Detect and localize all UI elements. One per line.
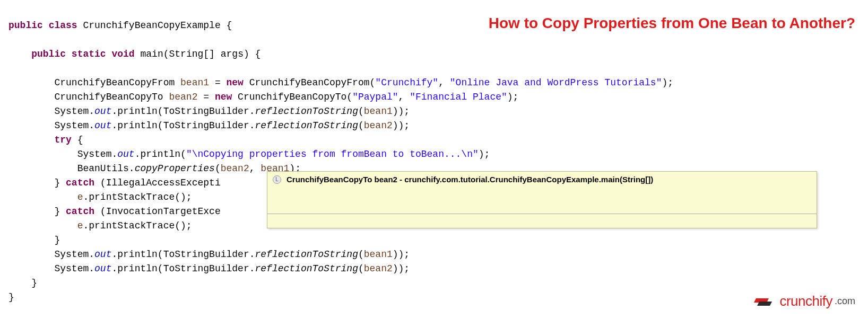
logo-ext: .com: [835, 296, 855, 307]
page-title: How to Copy Properties from One Bean to …: [489, 15, 855, 32]
tooltip-divider: [267, 214, 817, 214]
hover-tooltip: L CrunchifyBeanCopyTo bean2 - crunchify.…: [267, 171, 817, 228]
code-line: System.out.println(ToStringBuilder.refle…: [54, 263, 410, 274]
code-line: }: [54, 235, 60, 245]
brand-logo: crunchify .com: [753, 293, 855, 309]
code-line: }: [31, 278, 37, 288]
tooltip-text: CrunchifyBeanCopyTo bean2 - crunchify.co…: [287, 175, 653, 184]
code-line: System.out.println(ToStringBuilder.refle…: [54, 120, 410, 131]
code-line: e.printStackTrace();: [77, 192, 192, 202]
code-line: System.out.println(ToStringBuilder.refle…: [54, 249, 410, 260]
code-line: try {: [54, 135, 83, 145]
crunchify-logo-icon: [753, 294, 776, 309]
code-line: }: [8, 292, 14, 303]
code-line: CrunchifyBeanCopyFrom bean1 = new Crunch…: [54, 77, 673, 88]
code-line: System.out.println("\nCopying properties…: [77, 149, 490, 160]
code-line: System.out.println(ToStringBuilder.refle…: [54, 106, 410, 117]
code-editor[interactable]: public class CrunchifyBeanCopyExample { …: [0, 0, 868, 309]
code-line: e.printStackTrace();: [77, 220, 192, 231]
code-line: CrunchifyBeanCopyTo bean2 = new Crunchif…: [54, 92, 518, 102]
code-line: } catch (IllegalAccessExcepti: [54, 178, 220, 188]
code-line: public static void main(String[] args) {: [31, 49, 261, 59]
logo-name: crunchify: [779, 293, 832, 309]
code-line: public class CrunchifyBeanCopyExample {: [8, 20, 232, 31]
code-line: } catch (InvocationTargetExce: [54, 206, 220, 217]
variable-icon: L: [273, 175, 281, 184]
